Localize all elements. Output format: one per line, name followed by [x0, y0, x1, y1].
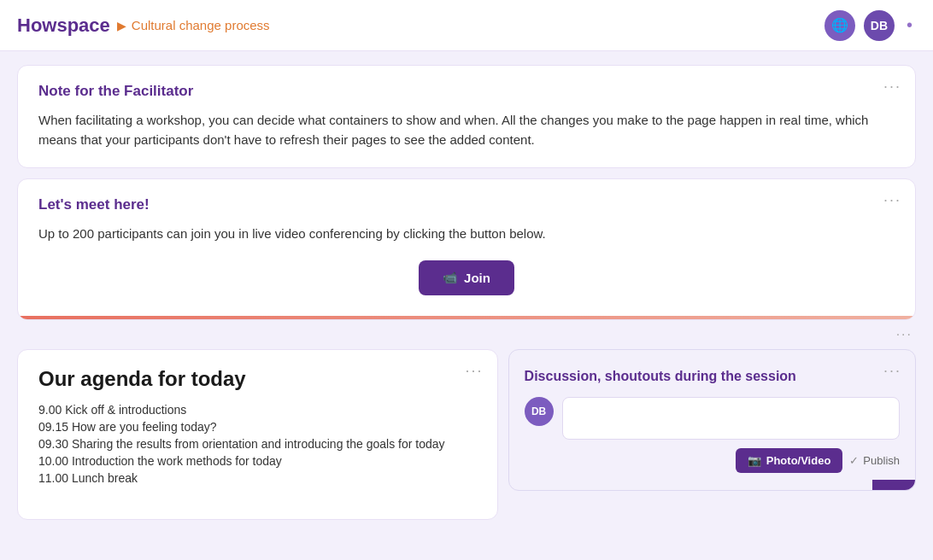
- join-button[interactable]: 📹 Join: [419, 260, 514, 295]
- post-avatar: DB: [525, 397, 554, 426]
- meet-card-menu[interactable]: ···: [883, 191, 901, 209]
- post-area: DB: [525, 397, 900, 440]
- facilitator-note-menu[interactable]: ···: [883, 78, 901, 96]
- join-button-label: Join: [464, 271, 490, 285]
- camera-icon: 📹: [443, 271, 457, 284]
- header-right: 🌐 DB •: [824, 10, 916, 41]
- header: Howspace ▶ Cultural change process 🌐 DB …: [0, 0, 933, 51]
- agenda-list-item: 11.00 Lunch break: [38, 471, 477, 485]
- facilitator-note-title: Note for the Facilitator: [38, 83, 895, 100]
- agenda-list-item: 09.30 Sharing the results from orientati…: [38, 437, 477, 451]
- agenda-list-item: 9.00 Kick off & introductions: [38, 403, 477, 417]
- meet-card-inner: ··· Let's meet here! Up to 200 participa…: [18, 179, 915, 312]
- discussion-card-menu[interactable]: ···: [883, 362, 901, 380]
- breadcrumb-title[interactable]: Cultural change process: [132, 18, 270, 32]
- agenda-card-title: Our agenda for today: [38, 367, 477, 391]
- discussion-card: ··· Discussion, shoutouts during the ses…: [508, 349, 916, 492]
- check-icon: ✓: [849, 454, 859, 467]
- header-more-menu[interactable]: •: [903, 15, 916, 35]
- photo-icon: 📷: [748, 454, 761, 467]
- post-input[interactable]: [562, 397, 900, 440]
- logo: Howspace: [17, 15, 110, 37]
- facilitator-note-text: When facilitating a workshop, you can de…: [38, 110, 895, 150]
- meet-card-title: Let's meet here!: [38, 196, 895, 213]
- agenda-list-item: 10.00 Introduction the work methods for …: [38, 454, 477, 468]
- pink-divider-bar: [18, 316, 915, 319]
- user-avatar[interactable]: DB: [864, 10, 895, 41]
- meet-card: ··· Let's meet here! Up to 200 participa…: [17, 178, 916, 320]
- photo-video-button[interactable]: 📷 Photo/Video: [736, 448, 843, 473]
- breadcrumb-arrow: ▶: [117, 19, 126, 32]
- meet-card-text: Up to 200 participants can join you in l…: [38, 224, 895, 243]
- publish-label: Publish: [863, 454, 900, 467]
- section-dots-menu[interactable]: ···: [896, 327, 912, 342]
- main-content: ··· Note for the Facilitator When facili…: [0, 51, 933, 534]
- agenda-list: 9.00 Kick off & introductions09.15 How a…: [38, 403, 477, 485]
- publish-button[interactable]: ✓ Publish: [849, 454, 900, 467]
- agenda-card-menu[interactable]: ···: [466, 362, 484, 380]
- post-toolbar: 📷 Photo/Video ✓ Publish: [525, 448, 900, 473]
- agenda-card: ··· Our agenda for today 9.00 Kick off &…: [17, 349, 498, 520]
- facilitator-note-card: ··· Note for the Facilitator When facili…: [17, 65, 916, 168]
- purple-accent-bar: [872, 480, 915, 490]
- photo-video-label: Photo/Video: [766, 454, 831, 467]
- discussion-card-title: Discussion, shoutouts during the session: [525, 367, 900, 386]
- globe-icon[interactable]: 🌐: [824, 10, 855, 41]
- two-column-section: ··· Our agenda for today 9.00 Kick off &…: [17, 349, 916, 520]
- agenda-list-item: 09.15 How are you feeling today?: [38, 420, 477, 434]
